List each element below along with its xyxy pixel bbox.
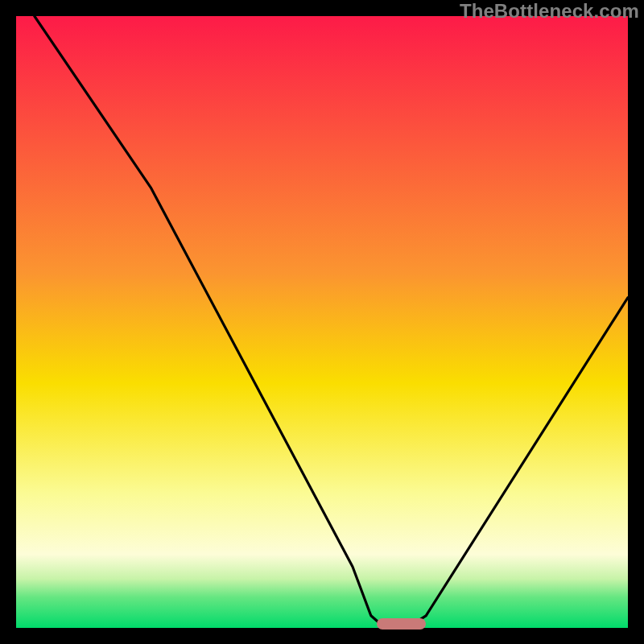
plot-area	[16, 16, 628, 628]
watermark-label: TheBottleneck.com	[460, 0, 639, 23]
optimal-marker	[377, 618, 426, 630]
bottleneck-curve	[16, 16, 628, 628]
chart-frame: TheBottleneck.com	[0, 0, 644, 644]
